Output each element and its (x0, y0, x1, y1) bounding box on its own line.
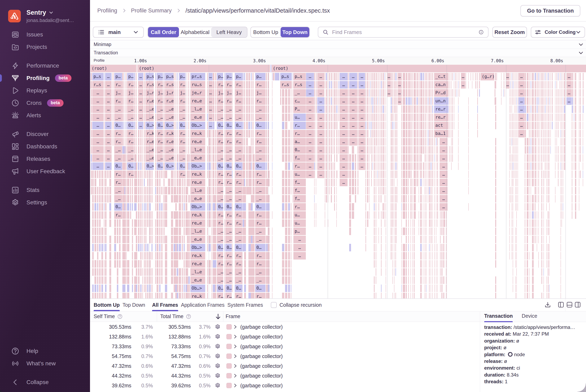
flame-frame[interactable] (376, 268, 376, 276)
flame-frame[interactable] (384, 195, 385, 202)
flame-frame[interactable] (187, 162, 188, 170)
flame-frame[interactable] (538, 130, 539, 138)
flame-frame[interactable] (558, 170, 558, 178)
flame-frame[interactable] (432, 203, 433, 211)
flame-frame[interactable] (541, 81, 543, 88)
flame-frame[interactable] (376, 114, 377, 121)
flame-frame[interactable] (374, 284, 375, 292)
flame-frame[interactable] (122, 89, 124, 97)
flame-frame[interactable] (224, 228, 225, 235)
flame-frame[interactable] (425, 170, 425, 178)
flame-frame[interactable] (282, 154, 284, 162)
flame-frame[interactable] (381, 170, 382, 178)
flame-frame[interactable] (293, 179, 293, 186)
flame-frame[interactable] (182, 252, 183, 260)
flame-frame[interactable] (155, 97, 156, 105)
flame-frame[interactable] (97, 276, 98, 284)
flame-frame[interactable] (403, 154, 405, 162)
flame-frame[interactable] (436, 244, 436, 251)
flame-frame[interactable]: … (340, 73, 348, 80)
flame-frame[interactable] (104, 170, 105, 178)
flame-frame[interactable] (175, 138, 176, 146)
flame-frame[interactable]: j… (217, 89, 223, 97)
flame-frame[interactable] (165, 187, 167, 194)
flame-frame[interactable]: … (566, 97, 571, 105)
flame-frame[interactable]: … (349, 114, 357, 121)
flame-frame[interactable] (126, 122, 127, 129)
flame-frame[interactable]: _… (225, 187, 232, 194)
flame-frame[interactable] (212, 203, 212, 211)
flame-frame[interactable] (386, 187, 386, 194)
flame-frame[interactable] (558, 114, 558, 121)
flame-frame[interactable] (503, 73, 504, 80)
flame-frame[interactable] (99, 244, 101, 251)
flame-frame[interactable] (207, 114, 208, 121)
flame-frame[interactable] (468, 203, 469, 211)
flame-frame[interactable] (546, 179, 547, 186)
flame-frame[interactable] (509, 187, 510, 194)
flame-frame[interactable] (272, 236, 272, 243)
flame-frame[interactable]: 0… (127, 162, 134, 170)
flame-frame[interactable] (563, 130, 563, 138)
flame-frame[interactable] (543, 89, 544, 97)
flame-frame[interactable] (548, 244, 548, 251)
flame-frame[interactable] (545, 114, 545, 121)
flame-frame[interactable] (378, 236, 379, 243)
flame-frame[interactable] (555, 187, 555, 194)
flame-frame[interactable] (583, 162, 583, 170)
flame-frame[interactable] (246, 146, 248, 154)
flame-frame[interactable] (540, 97, 540, 105)
flame-frame[interactable] (124, 179, 125, 186)
flame-frame[interactable] (549, 260, 549, 268)
flame-frame[interactable] (252, 89, 254, 97)
flame-frame[interactable] (215, 220, 216, 227)
flame-frame[interactable] (161, 236, 163, 243)
flame-frame[interactable] (537, 122, 537, 129)
flame-frame[interactable] (408, 146, 410, 154)
flame-frame[interactable] (140, 138, 142, 146)
flame-frame[interactable] (138, 276, 140, 284)
flame-frame[interactable] (374, 179, 375, 186)
flame-frame[interactable] (105, 236, 107, 243)
flame-frame[interactable] (338, 81, 339, 88)
flame-frame[interactable] (244, 244, 246, 251)
flame-frame[interactable] (113, 97, 113, 105)
flame-frame[interactable] (282, 170, 284, 178)
flame-frame[interactable] (244, 268, 246, 276)
flame-frame[interactable] (334, 97, 336, 105)
flame-frame[interactable] (538, 187, 539, 194)
flame-frame[interactable] (144, 284, 145, 292)
flame-frame[interactable] (326, 138, 327, 146)
flame-frame[interactable] (291, 203, 291, 211)
flame-frame[interactable] (541, 130, 542, 138)
flame-frame[interactable] (252, 236, 255, 243)
flame-frame[interactable] (331, 187, 332, 194)
flame-frame[interactable] (468, 130, 469, 138)
flame-frame[interactable] (537, 228, 537, 235)
flame-frame[interactable] (429, 81, 430, 88)
flame-frame[interactable] (371, 162, 372, 170)
flame-frame[interactable] (177, 236, 178, 243)
flame-frame[interactable] (455, 89, 456, 97)
flame-frame[interactable] (329, 81, 330, 88)
flame-frame[interactable] (372, 106, 373, 113)
flame-frame[interactable] (355, 170, 356, 178)
flame-frame[interactable] (414, 187, 416, 194)
flame-frame[interactable] (495, 276, 496, 284)
flame-frame[interactable] (535, 195, 536, 202)
flame-frame[interactable]: 0… (235, 203, 243, 211)
details-tab-device[interactable]: Device (522, 313, 537, 322)
flame-frame[interactable]: 0… (179, 122, 185, 129)
flame-frame[interactable] (136, 236, 137, 243)
sidebar-item-crons[interactable]: Cronsbeta (0, 97, 90, 109)
flame-frame[interactable] (541, 203, 542, 211)
flame-frame[interactable] (564, 138, 565, 146)
flame-frame[interactable]: … (105, 89, 112, 97)
flame-frame[interactable]: … (293, 236, 306, 243)
flame-frame[interactable] (392, 276, 393, 284)
flame-frame[interactable] (132, 252, 133, 260)
flame-frame[interactable] (425, 130, 425, 138)
flame-frame[interactable] (251, 73, 252, 80)
flame-frame[interactable] (406, 284, 407, 292)
flame-frame[interactable]: … (340, 130, 348, 138)
